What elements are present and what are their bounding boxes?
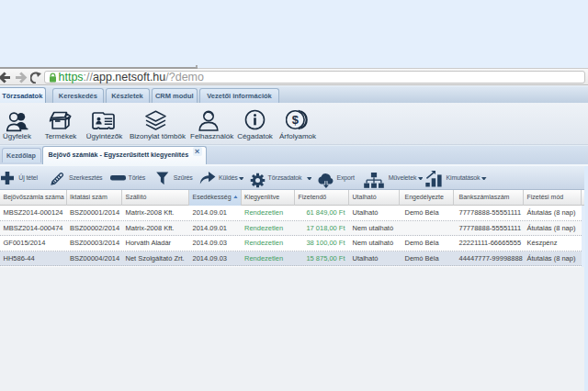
svg-text:$: $ [292,113,300,127]
